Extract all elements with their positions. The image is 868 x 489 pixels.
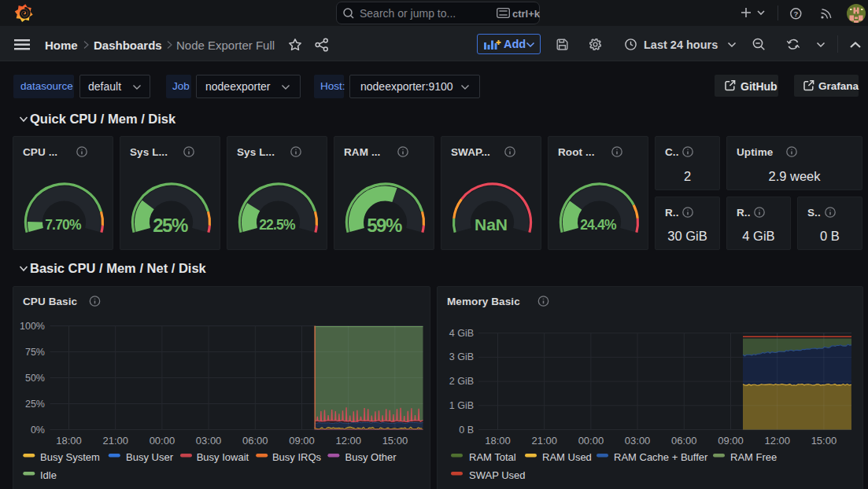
- svg-text:Busy User: Busy User: [126, 450, 174, 462]
- svg-text:Busy Other: Busy Other: [345, 450, 397, 462]
- svg-text:Idle: Idle: [40, 469, 57, 480]
- svg-text:25%: 25%: [25, 399, 45, 410]
- svg-text:Busy Iowait: Busy Iowait: [197, 450, 249, 462]
- svg-text:3 GiB: 3 GiB: [449, 351, 474, 362]
- svg-text:Busy System: Busy System: [40, 450, 100, 462]
- svg-text:SWAP Used: SWAP Used: [469, 469, 526, 480]
- svg-text:75%: 75%: [25, 347, 45, 358]
- svg-text:RAM Total: RAM Total: [469, 450, 516, 462]
- svg-text:RAM Used: RAM Used: [542, 450, 592, 462]
- svg-text:4 GiB: 4 GiB: [449, 328, 474, 339]
- svg-text:2 GiB: 2 GiB: [449, 376, 474, 387]
- svg-text:0 B: 0 B: [459, 425, 474, 436]
- svg-text:RAM Free: RAM Free: [730, 450, 777, 462]
- svg-text:50%: 50%: [25, 373, 45, 384]
- svg-text:RAM Cache + Buffer: RAM Cache + Buffer: [614, 450, 708, 462]
- svg-text:0%: 0%: [31, 425, 45, 436]
- svg-text:Busy IRQs: Busy IRQs: [272, 450, 322, 462]
- svg-text:?: ?: [793, 9, 798, 18]
- svg-text:100%: 100%: [20, 321, 45, 332]
- svg-text:1 GiB: 1 GiB: [449, 400, 474, 411]
